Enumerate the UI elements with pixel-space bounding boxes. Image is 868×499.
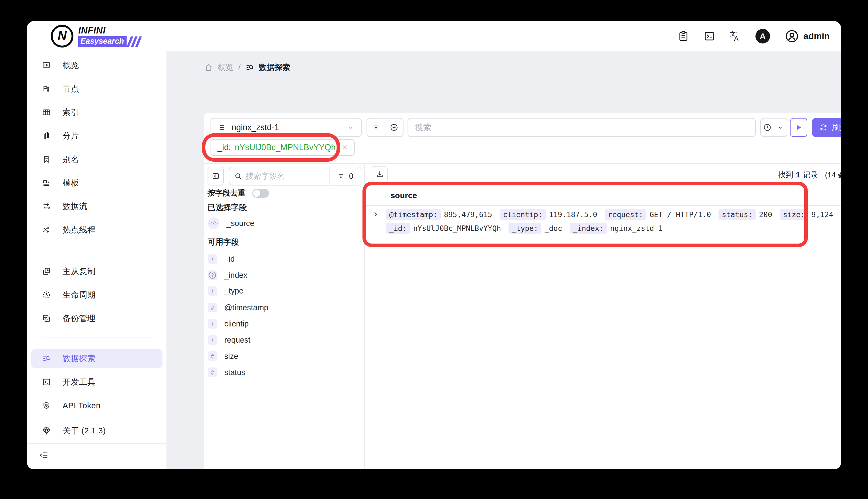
search-bar[interactable] <box>408 118 756 137</box>
summary-suffix: 记录 <box>803 170 818 180</box>
available-field-id[interactable]: t _id <box>208 254 235 264</box>
user-menu[interactable]: admin <box>785 29 830 44</box>
remove-filter-icon[interactable] <box>341 144 349 151</box>
number-type-icon: # <box>208 367 217 377</box>
data-explore-icon <box>42 354 51 363</box>
shards-icon <box>42 132 51 140</box>
unknown-type-icon: ? <box>208 270 217 280</box>
workspace-avatar[interactable]: A <box>755 29 770 44</box>
brand-slashes <box>129 36 140 47</box>
filter-icon[interactable] <box>367 119 385 136</box>
field-name: _source <box>226 219 254 228</box>
terminal-icon[interactable] <box>704 31 715 42</box>
run-query-button[interactable] <box>790 118 807 137</box>
collapse-fields-panel-button[interactable] <box>208 167 224 185</box>
time-chevron-down-icon <box>774 119 787 136</box>
key-badge: size: <box>780 209 808 220</box>
sidebar-item-templates[interactable]: 模板 <box>31 173 162 192</box>
value-text: 200 <box>759 210 772 219</box>
value-text: nginx_zstd-1 <box>610 224 663 232</box>
filter-tag-key: _id: <box>218 143 231 152</box>
clipboard-icon[interactable] <box>678 31 689 42</box>
sidebar-item-label: 别名 <box>63 154 79 165</box>
breadcrumb-separator: / <box>238 63 240 72</box>
index-select[interactable]: nginx_zstd-1 <box>211 118 362 137</box>
sidebar-item-api-token[interactable]: API Token <box>31 396 162 415</box>
overview-icon <box>42 61 51 70</box>
available-field-request[interactable]: t request <box>208 335 250 345</box>
breadcrumb: 概览 / 数据探索 <box>204 62 290 73</box>
field-search-input[interactable] <box>246 172 324 181</box>
available-field-clientip[interactable]: t clientip <box>208 319 249 329</box>
text-type-icon: t <box>208 335 217 345</box>
sidebar-item-label: 开发工具 <box>63 377 96 388</box>
selected-field-source[interactable]: </> _source <box>208 217 254 229</box>
refresh-button-label: 刷新 <box>832 122 841 133</box>
sidebar-item-indices[interactable]: 索引 <box>31 103 162 122</box>
field-name: status <box>224 368 245 377</box>
data-explore-breadcrumb-icon <box>245 63 254 72</box>
svg-text:A: A <box>734 35 739 42</box>
language-icon[interactable]: 文A <box>730 31 741 42</box>
sidebar-item-nodes[interactable]: 节点 <box>31 80 162 98</box>
field-search-bar: 0 <box>229 167 361 185</box>
sidebar-item-label: API Token <box>63 401 101 410</box>
table-header-divider <box>364 205 841 206</box>
source-field-icon: </> <box>208 217 220 229</box>
chevron-down-icon <box>347 123 355 132</box>
user-name: admin <box>804 31 830 41</box>
sidebar-item-about[interactable]: 关于 (2.1.3) <box>31 421 162 440</box>
available-field-index[interactable]: ? _index <box>208 270 247 280</box>
sidebar-collapse-icon[interactable] <box>39 450 49 460</box>
sidebar: 概览 节点 索引 分片 别名 模板 数据流 热点线程 <box>27 21 166 469</box>
sidebar-item-lifecycle[interactable]: 生命周期 <box>31 285 162 304</box>
text-type-icon: t <box>208 254 217 264</box>
download-button[interactable] <box>372 166 388 182</box>
query-filter-group <box>367 118 404 137</box>
alias-icon <box>42 155 51 163</box>
refresh-button[interactable]: 刷新 <box>812 118 841 137</box>
key-badge: _index: <box>570 223 607 234</box>
available-field-status[interactable]: # status <box>208 367 245 377</box>
sidebar-item-alias[interactable]: 别名 <box>31 150 162 169</box>
top-header: N INFINI Easysearch 文A A <box>27 21 841 51</box>
time-range-button[interactable] <box>760 118 787 137</box>
explore-card: nginx_zstd-1 <box>204 113 841 469</box>
expand-row-icon[interactable] <box>372 210 380 218</box>
brand-logo[interactable]: N INFINI Easysearch <box>51 25 140 48</box>
sidebar-item-datastream[interactable]: 数据流 <box>31 197 162 216</box>
available-field-timestamp[interactable]: # @timestamp <box>208 303 268 313</box>
sidebar-item-replication[interactable]: 主从复制 <box>31 262 162 281</box>
field-name: _type <box>224 287 244 295</box>
sidebar-item-devtools[interactable]: 开发工具 <box>31 373 162 391</box>
value-text: _doc <box>545 224 562 232</box>
filter-tag[interactable]: _id: nYsUlJ0Bc_MPNLBvYYQh <box>211 139 355 156</box>
sidebar-item-overview[interactable]: 概览 <box>31 56 162 75</box>
sidebar-item-backup[interactable]: 备份管理 <box>31 309 162 328</box>
field-filter-button[interactable]: 0 <box>329 167 361 185</box>
field-search-icon <box>234 172 242 180</box>
sidebar-item-shards[interactable]: 分片 <box>31 126 162 145</box>
dedup-row: 按字段去重 <box>208 188 269 198</box>
sidebar-item-hotthreads[interactable]: 热点线程 <box>31 220 162 239</box>
available-field-size[interactable]: # size <box>208 351 238 361</box>
key-badge: @timestamp: <box>386 209 441 220</box>
sidebar-item-label: 数据流 <box>63 201 87 212</box>
lifecycle-icon <box>42 291 51 299</box>
source-column-header: _source <box>386 191 417 200</box>
summary-time: (14 毫秒) <box>825 170 841 180</box>
datastream-icon <box>42 202 51 211</box>
home-icon[interactable] <box>204 63 213 72</box>
add-filter-icon[interactable] <box>385 119 403 136</box>
selected-fields-title: 已选择字段 <box>208 202 247 213</box>
breadcrumb-home[interactable]: 概览 <box>218 62 234 73</box>
dedup-toggle[interactable] <box>252 189 269 198</box>
search-input[interactable] <box>415 123 748 132</box>
summary-prefix: 找到 <box>778 170 793 180</box>
sidebar-item-data-explore[interactable]: 数据探索 <box>31 349 162 368</box>
user-icon <box>785 29 799 44</box>
field-name: _id <box>224 255 235 264</box>
brand-line2: Easysearch <box>78 36 127 47</box>
available-field-type[interactable]: t _type <box>208 286 244 296</box>
backup-icon <box>42 314 51 323</box>
